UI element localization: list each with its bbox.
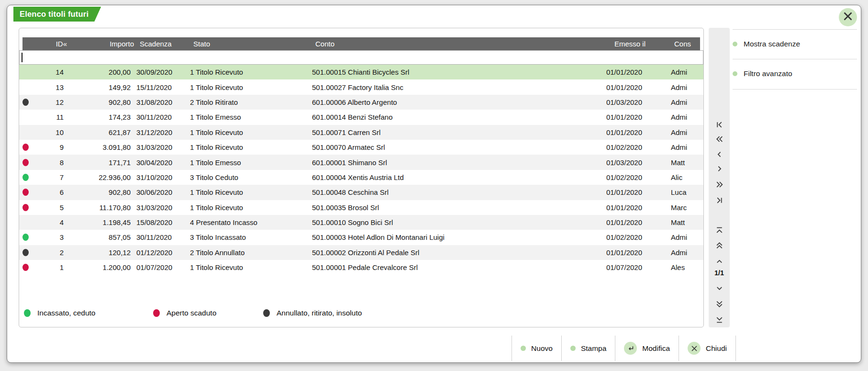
column-header-cons[interactable]: Cons — [645, 40, 700, 48]
stampa-button[interactable]: Stampa — [561, 336, 615, 361]
nav-bottom-button[interactable] — [713, 315, 725, 327]
table-row[interactable]: 8 171,71 30/04/2020 1 Titolo Emesso 601.… — [19, 155, 703, 169]
cell-emesso-il: 01/01/2020 — [599, 128, 642, 136]
cell-stato: 1 Titolo Ricevuto — [190, 68, 312, 76]
status-dot-cell — [19, 249, 32, 256]
nav-page-up-button[interactable] — [713, 240, 725, 252]
cell-cons: Admi — [642, 248, 703, 257]
column-header-emessoil[interactable]: Emesso il — [602, 40, 645, 48]
sidebar-item-mostra-scadenze[interactable]: Mostra scadenze — [733, 34, 857, 54]
modifica-button[interactable]: Modifica — [615, 336, 679, 361]
chevron-left-icon — [715, 150, 723, 160]
status-dot-cell — [19, 113, 32, 121]
legend-aperto-scaduto: Aperto scaduto — [153, 309, 216, 317]
cell-id: 4 — [32, 218, 64, 226]
cell-cons: Admi — [642, 68, 703, 76]
table-row[interactable]: 9 3.091,80 31/03/2020 1 Titolo Ricevuto … — [19, 140, 703, 155]
table-row[interactable]: 5 11.170,80 31/03/2020 1 Titolo Ricevuto… — [19, 200, 703, 215]
status-dot-cell — [19, 159, 32, 166]
cell-id: 2 — [32, 248, 64, 257]
cell-stato: 1 Titolo Emesso — [190, 113, 312, 121]
cell-cons: Admi — [642, 83, 703, 91]
cell-id: 1 — [32, 263, 64, 271]
cell-id: 12 — [32, 98, 64, 106]
status-dot-icon — [22, 234, 29, 241]
column-header-stato[interactable]: Stato — [193, 40, 315, 48]
last-record-icon — [715, 196, 723, 206]
cell-id: 14 — [32, 68, 64, 76]
cell-id: 11 — [32, 113, 64, 121]
cell-id: 10 — [32, 128, 64, 136]
nav-page-down-button[interactable] — [713, 299, 725, 311]
cell-conto: 501.00035 Brosol Srl — [312, 203, 599, 212]
double-chevron-up-icon — [715, 241, 723, 251]
chevron-right-icon — [715, 165, 723, 175]
nuovo-button[interactable]: Nuovo — [512, 336, 561, 361]
nav-up-button[interactable] — [713, 256, 725, 268]
chiudi-button[interactable]: Chiudi — [679, 336, 736, 361]
table-row[interactable]: 3 857,05 30/11/2020 3 Titolo Incassato 5… — [19, 230, 703, 245]
table-row[interactable]: 14 200,00 30/09/2020 1 Titolo Ricevuto 5… — [19, 65, 703, 79]
column-header-importo[interactable]: Importo — [67, 40, 134, 48]
table-row[interactable]: 12 902,80 31/08/2020 2 Titolo Ritirato 6… — [19, 95, 703, 110]
nav-last-record-button[interactable] — [713, 195, 725, 207]
status-dot-cell — [19, 219, 32, 226]
cell-id: 13 — [32, 83, 64, 91]
table-row[interactable]: 7 22.936,00 31/10/2020 3 Titolo Ceduto 6… — [19, 170, 703, 185]
table-row[interactable]: 1 1.200,00 01/07/2020 1 Titolo Ricevuto … — [19, 260, 703, 275]
table-row[interactable]: 2 120,12 01/12/2020 2 Titolo Annullato 5… — [19, 245, 703, 260]
status-dot-icon — [22, 174, 29, 181]
legend-label: Incassato, ceduto — [37, 309, 96, 317]
cell-cons: Matt — [642, 158, 703, 167]
cell-id: 7 — [32, 173, 64, 181]
dot-icon — [521, 346, 526, 351]
sidebar-item-label: Filtro avanzato — [744, 69, 792, 78]
cell-emesso-il: 01/02/2020 — [599, 233, 642, 241]
cell-scadenza: 30/09/2020 — [131, 68, 190, 76]
status-dot-cell — [19, 68, 32, 76]
cell-scadenza: 30/11/2020 — [131, 233, 190, 241]
button-label: Chiudi — [706, 344, 727, 353]
table-row[interactable]: 6 902,80 30/06/2020 1 Titolo Ricevuto 50… — [19, 185, 703, 200]
cell-cons: Admi — [642, 128, 703, 136]
cell-importo: 11.170,80 — [64, 203, 131, 212]
column-header-scadenza[interactable]: Scadenza — [134, 40, 193, 48]
table-row[interactable]: 4 1.198,45 15/08/2020 4 Presentato Incas… — [19, 215, 703, 230]
cell-emesso-il: 01/01/2020 — [599, 188, 642, 196]
cell-emesso-il: 01/01/2020 — [599, 203, 642, 212]
column-header-id[interactable]: ID« — [35, 40, 67, 48]
cell-conto: 501.00070 Armatec Srl — [312, 143, 599, 151]
nav-fast-back-button[interactable] — [713, 134, 725, 146]
cell-cons: Ales — [642, 263, 703, 271]
nav-down-button[interactable] — [713, 283, 725, 295]
cell-cons: Alic — [642, 173, 703, 181]
status-dot-cell — [19, 264, 32, 271]
column-header-conto[interactable]: Conto — [315, 40, 602, 48]
cell-importo: 621,87 — [64, 128, 131, 136]
cell-id: 8 — [32, 158, 64, 167]
cell-id: 9 — [32, 143, 64, 151]
cell-stato: 1 Titolo Emesso — [190, 158, 312, 167]
cell-conto: 501.00015 Chianti Bicycles Srl — [312, 68, 599, 76]
cell-cons: Admi — [642, 98, 703, 106]
cell-conto: 601.00006 Alberto Argento — [312, 98, 599, 106]
table-row[interactable]: 13 149,92 15/11/2020 1 Titolo Ricevuto 5… — [19, 79, 703, 94]
nav-back-button[interactable] — [713, 149, 725, 161]
sidebar-item-filtro-avanzato[interactable]: Filtro avanzato — [733, 64, 857, 83]
cell-cons: Admi — [642, 233, 703, 241]
arrow-to-bottom-icon — [715, 316, 723, 326]
window-close-button[interactable] — [839, 8, 857, 26]
close-icon — [842, 11, 854, 24]
cell-stato: 4 Presentato Incasso — [190, 218, 312, 226]
table-row[interactable]: 10 621,87 31/12/2020 1 Titolo Ricevuto 5… — [19, 125, 703, 140]
table-row[interactable]: 11 174,23 30/11/2020 1 Titolo Emesso 601… — [19, 110, 703, 124]
nav-first-record-button[interactable] — [713, 119, 725, 132]
status-dot-cell — [19, 99, 32, 106]
cell-scadenza: 31/10/2020 — [131, 173, 190, 181]
filter-input[interactable] — [19, 50, 703, 65]
chevron-up-icon — [715, 257, 723, 267]
cell-importo: 857,05 — [64, 233, 131, 241]
nav-top-button[interactable] — [713, 225, 725, 237]
nav-fast-forward-button[interactable] — [713, 179, 725, 191]
nav-forward-button[interactable] — [713, 163, 725, 176]
